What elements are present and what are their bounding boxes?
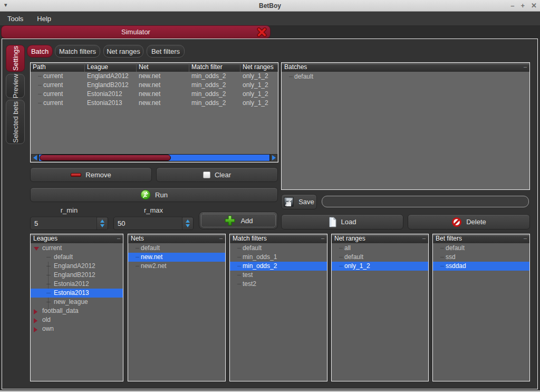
net-ranges-panel: Net ranges – all default only_1_2 [331,234,429,381]
chevron-right-icon[interactable] [34,318,37,323]
list-item-selected[interactable]: ssddad [433,262,529,271]
delete-button[interactable]: Delete [408,214,530,230]
horizontal-scrollbar[interactable] [31,154,277,161]
table-row[interactable]: current Estonia2012 new.net min_odds_2 o… [31,90,278,99]
tab-batch[interactable]: Batch [27,45,53,58]
betboy-window: ▾ BetBoy – + ✕ Tools Help Simulator Sett… [0,0,540,392]
table-row[interactable]: current EnglandB2012 new.net min_odds_2 … [31,81,278,90]
scroll-left-button[interactable] [31,154,38,161]
menubar: Tools Help [0,12,540,25]
spin-buttons [182,217,193,230]
minimize-button[interactable]: – [510,0,514,12]
tab-simulator-label: Simulator [121,28,150,36]
nets-panel: Nets – default new.net new2.net [128,234,226,381]
spin-up-icon[interactable] [186,219,190,223]
list-item-selected[interactable]: min_odds_2 [230,262,327,271]
remove-icon [71,173,81,177]
close-button[interactable]: ✕ [531,0,537,12]
r-min-label: r_min [30,206,108,214]
tree-item-selected[interactable]: Estonia2013 [31,289,123,298]
menu-help[interactable]: Help [37,15,51,23]
list-item[interactable]: test [230,271,327,280]
r-max-spinbox[interactable]: 50 [113,217,194,230]
tab-bet-filters[interactable]: Bet filters [147,45,185,58]
load-icon [329,217,337,227]
collapse-icon: – [524,63,527,71]
maximize-button[interactable]: + [521,0,525,12]
list-item-selected[interactable]: new.net [128,253,225,262]
net-ranges-panel-header[interactable]: Net ranges – [332,234,428,243]
tab-net-ranges[interactable]: Net ranges [103,45,143,58]
delete-icon [451,217,462,227]
window-title: BetBoy [0,2,540,9]
table-row[interactable]: current Estonia2013 new.net min_odds_2 o… [31,99,278,108]
list-item[interactable]: default [433,244,529,253]
tree-item[interactable]: EnglandA2012 [31,262,123,271]
nets-panel-header[interactable]: Nets – [128,234,225,243]
match-filters-panel-header[interactable]: Match filters – [230,234,327,243]
add-button[interactable]: Add [199,212,278,230]
remove-button[interactable]: Remove [30,167,152,182]
run-button[interactable]: Run [30,187,278,202]
spin-down-icon[interactable] [100,224,104,227]
tree-item[interactable]: EnglandB2012 [31,271,123,280]
batch-table-header: Path League Net Match filter Net ranges [31,63,278,72]
column-header-match-filter[interactable]: Match filter [189,63,240,72]
list-item[interactable]: test2 [230,280,327,289]
collapse-icon: – [321,234,324,242]
scrollbar-thumb[interactable] [40,155,171,161]
match-filters-panel: Match filters – default min_odds_1 min_o… [229,234,327,381]
list-item-selected[interactable]: only_1_2 [332,262,428,271]
bet-filters-panel-header[interactable]: Bet filters – [433,234,529,243]
tree-item[interactable]: default [31,253,123,262]
save-icon [284,197,294,207]
collapse-icon: – [219,234,223,242]
clear-icon [203,171,210,178]
save-button[interactable]: Save [281,194,317,209]
batches-panel-header[interactable]: Batches – [282,63,529,72]
focus-outline [201,214,276,227]
list-item[interactable]: all [332,244,428,253]
list-item[interactable]: default [332,253,428,262]
chevron-down-icon[interactable] [34,247,39,251]
list-item[interactable]: default [230,244,327,253]
side-tab-settings[interactable]: Settings [6,45,25,72]
leagues-panel-header[interactable]: Leagues – [31,234,123,243]
spin-up-icon[interactable] [100,219,104,223]
tree-item-own[interactable]: own [31,324,123,333]
tab-simulator[interactable]: Simulator [1,25,271,39]
r-min-spinbox[interactable]: 5 [30,217,108,230]
column-header-net-ranges[interactable]: Net ranges [240,63,277,72]
menu-tools[interactable]: Tools [7,15,23,23]
column-header-league[interactable]: League [85,63,137,72]
scrollbar-track[interactable] [38,154,270,161]
spin-down-icon[interactable] [186,224,190,227]
table-row[interactable]: current EnglandA2012 new.net min_odds_2 … [31,72,278,81]
column-header-net[interactable]: Net [137,63,189,72]
list-item[interactable]: min_odds_1 [230,253,327,262]
clear-button[interactable]: Clear [156,167,278,182]
side-tab-selected-bets[interactable]: Selected bets [6,100,25,144]
arrow-right-icon [272,155,276,160]
tree-item[interactable]: new_league [31,298,123,307]
tree-item[interactable]: Estonia2012 [31,280,123,289]
collapse-icon: – [422,234,426,242]
list-item[interactable]: default [128,244,225,253]
chevron-right-icon[interactable] [34,327,37,332]
tree-item-football-data[interactable]: football_data [31,307,123,315]
list-item[interactable]: new2.net [128,262,225,271]
side-tab-preview[interactable]: Preview [6,74,25,98]
column-header-path[interactable]: Path [31,63,85,72]
window-menu-icon[interactable]: ▾ [4,2,7,8]
list-item[interactable]: default [282,72,529,81]
load-button[interactable]: Load [281,214,403,230]
titlebar: ▾ BetBoy – + ✕ [0,0,540,12]
tab-match-filters[interactable]: Match filters [55,45,100,58]
chevron-right-icon[interactable] [34,309,37,314]
list-item[interactable]: ssd [433,253,529,262]
batch-name-input[interactable] [322,196,529,207]
scroll-right-button[interactable] [270,154,277,161]
tree-item-current[interactable]: current [31,244,123,253]
tree-item-old[interactable]: old [31,315,123,324]
tab-close-icon[interactable] [257,27,267,37]
